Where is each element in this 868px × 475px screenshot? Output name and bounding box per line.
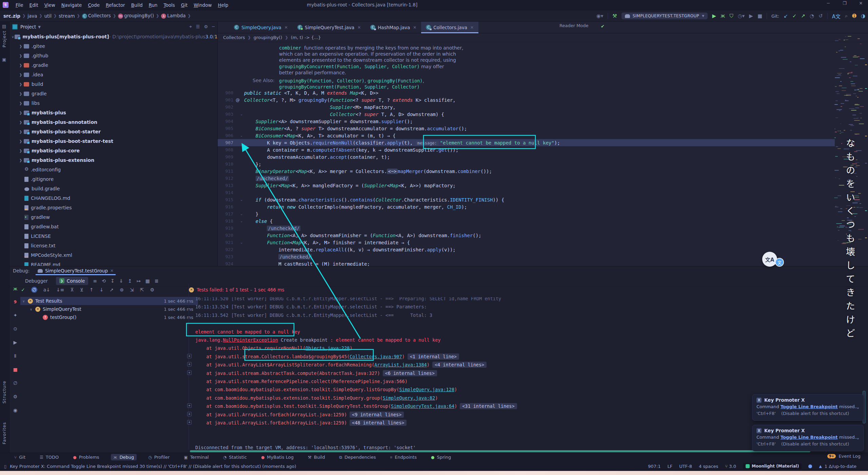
code-line-902[interactable]: 902 Supplier<M> mapFactory,	[218, 103, 835, 111]
menu-refactor[interactable]: Refactor	[103, 1, 128, 9]
git-commit-icon[interactable]: ✓	[792, 13, 797, 19]
run-icon[interactable]: ▶	[712, 13, 716, 19]
options-menu-icon[interactable]: ≡	[93, 278, 97, 284]
menu-file[interactable]: File	[13, 1, 26, 9]
fold-icon[interactable]: ⌄	[240, 212, 244, 216]
chevron-collapsed-icon[interactable]: ❯	[18, 73, 23, 77]
notification-key-promoter-2[interactable]: XKey Promoter XCommand Toggle Line Break…	[752, 425, 864, 451]
stack-link[interactable]: NullPointerException	[223, 337, 278, 343]
git-status-widget[interactable]: 1 Δ/up-to-date	[825, 464, 856, 469]
git-update-icon[interactable]: ↙	[784, 13, 788, 19]
close-icon[interactable]: ✕	[856, 1, 866, 6]
code-line-920[interactable]: 920 Function<A, A> downstreamFinisher = …	[218, 232, 835, 239]
code-line-901[interactable]: 901@Collector<T, ?, M> groupingBy(Functi…	[218, 96, 835, 103]
expand-frames-icon[interactable]: +	[187, 362, 192, 366]
search-everywhere-icon[interactable]: ⌕	[845, 13, 848, 19]
run-to-cursor-icon[interactable]: ↦	[137, 278, 141, 284]
fold-icon[interactable]: ⌄	[240, 112, 244, 116]
tree-item-gradlewbat[interactable]: gradlew.bat	[9, 222, 217, 231]
tree-item-READMEmd[interactable]: README.md	[9, 260, 217, 266]
reader-mode-label[interactable]: Reader Mode	[559, 23, 589, 28]
layout-settings-icon[interactable]: ≣	[155, 278, 159, 284]
toolwindow-git[interactable]: ⑂Git	[12, 454, 28, 460]
theme-widget[interactable]: Moonlight (Material)	[743, 463, 802, 469]
mute-breakpoints-icon[interactable]: ∅	[13, 380, 17, 386]
tree-item-mybatisplusbootstarter[interactable]: ❯mybatis-plus-boot-starter	[9, 127, 217, 136]
stripe-tab-project[interactable]: Project	[2, 31, 7, 48]
code-line-914[interactable]: 914	[218, 189, 835, 196]
tab-HashMap-java[interactable]: CHashMap.java✕	[366, 22, 421, 33]
breadcrumb-item-util[interactable]: util	[44, 13, 52, 19]
chevron-collapsed-icon[interactable]: ❯	[18, 63, 23, 67]
coverage-icon[interactable]: ⛉	[729, 13, 733, 19]
code-line-904[interactable]: 904 Supplier<A> downstreamSupplier = dow…	[218, 118, 835, 125]
stripe-tab-favorites[interactable]: Favorites	[2, 422, 7, 444]
collapse-all-icon[interactable]: ⊻	[80, 287, 83, 292]
error-stripe[interactable]	[865, 34, 867, 266]
chevron-collapsed-icon[interactable]: ❯	[18, 82, 23, 86]
fold-icon[interactable]: ⌄	[240, 241, 244, 244]
import-icon[interactable]: ⇲	[130, 287, 134, 292]
expand-frames-icon[interactable]: +	[187, 403, 192, 408]
tree-item-licensetxt[interactable]: license.txt	[9, 241, 217, 250]
fold-icon[interactable]: ⌄	[240, 198, 244, 202]
toolwindow-mybatis-log[interactable]: ●MyBatis Log	[258, 454, 296, 460]
file-encoding[interactable]: UTF-8	[679, 464, 692, 469]
rollback-icon[interactable]: ↺	[818, 13, 823, 19]
translate-badge-icon[interactable]: 文	[775, 258, 784, 267]
chevron-collapsed-icon[interactable]: ❯	[18, 101, 23, 105]
toolwindow-terminal[interactable]: ▣Terminal	[181, 454, 211, 460]
expand-frames-icon[interactable]: +	[187, 420, 192, 424]
stop-disabled-icon[interactable]: ■	[757, 13, 762, 19]
theme-icon[interactable]: ◑	[861, 13, 865, 19]
code-line-915[interactable]: 915⌄ if (downstream.characteristics().co…	[218, 196, 835, 203]
project-root-row[interactable]: ∨mybatis-plus [mybatis-plus-root] - D:\p…	[9, 32, 217, 41]
code-line-916[interactable]: 916 return new CollectorImpl◇(mangledFac…	[218, 203, 835, 210]
tree-item-github[interactable]: ❯.github	[9, 51, 217, 60]
tree-item-gradleproperties[interactable]: gradle.properties	[9, 203, 217, 212]
code-line-924[interactable]: 924 M castResult = (M) intermediate;	[218, 260, 835, 266]
code-line-900[interactable]: 900public static <T, K, D, A, M extends …	[218, 89, 835, 96]
menu-code[interactable]: Code	[85, 1, 103, 9]
build-hammer-icon[interactable]: ⚒	[612, 13, 617, 19]
wrench-icon[interactable]: ✦	[13, 312, 17, 318]
tree-item-build[interactable]: ❯build	[9, 79, 217, 89]
time-icon[interactable]: ⊚	[120, 287, 124, 292]
code-line-922[interactable]: 922 intermediate.replaceAll((k, v) → dow…	[218, 246, 835, 253]
chevron-expanded-icon[interactable]: ∨	[12, 35, 14, 39]
tree-item-gradle[interactable]: ❯.gradle	[9, 60, 217, 70]
code-line-905[interactable]: 905 BiConsumer<A, ? super T> downstreamA…	[218, 125, 835, 132]
tab-Collectors-java[interactable]: CCollectors.java✕	[421, 22, 478, 33]
profile-icon[interactable]: ◉▾	[596, 13, 604, 19]
collapse-all-icon[interactable]: ☰	[196, 24, 200, 30]
toggle-line-breakpoint-link[interactable]: Toggle Line Breakpoint	[781, 404, 838, 409]
menu-navigate[interactable]: Navigate	[58, 1, 85, 9]
settings-gear-icon[interactable]: ⚙	[204, 24, 208, 30]
rerun-failed-icon[interactable]: 9	[14, 300, 17, 304]
tree-item-mybatispluscore[interactable]: ❯mybatis-plus-core	[9, 146, 217, 155]
code-line-919[interactable]: 919 /unchecked/	[218, 225, 835, 232]
project-stripe-icon[interactable]: ▤	[2, 24, 6, 29]
tab-debugger[interactable]: Debugger	[22, 277, 51, 285]
git-branch-widget[interactable]: ⑂ 3.0	[725, 464, 736, 469]
test-tree-SimpleQueryTest[interactable]: ∨✕SimpleQueryTest1 sec 466 ms	[20, 305, 198, 313]
tree-item-buildgradle[interactable]: build.gradle	[9, 184, 217, 193]
camera-icon[interactable]: ⊙	[13, 326, 17, 331]
chevron-collapsed-icon[interactable]: ❯	[18, 54, 23, 58]
chevron-collapsed-icon[interactable]: ❯	[18, 149, 23, 153]
fold-icon[interactable]: ⌄	[240, 134, 244, 137]
tree-item-MPCodeStylexml[interactable]: MPCodeStyle.xml	[9, 250, 217, 260]
code-line-921[interactable]: 921⌄ Function<Map<K, A>, M> finisher = i…	[218, 239, 835, 246]
menu-build[interactable]: Build	[128, 1, 146, 9]
folder-stripe-icon[interactable]: ▣	[2, 57, 6, 62]
minimize-icon[interactable]: ─	[823, 1, 833, 6]
tab-SimpleQuery-java[interactable]: CSimpleQuery.java✕	[229, 22, 293, 33]
toolwindow-spring[interactable]: ●Spring	[428, 454, 454, 460]
tab-console[interactable]: ❯Console	[56, 277, 88, 285]
git-push-icon[interactable]: ↗	[801, 13, 805, 19]
hide-panel-icon[interactable]: ─	[212, 24, 215, 30]
editor-breadcrumb-item[interactable]: groupingBy()	[254, 35, 282, 40]
toolwindow-endpoints[interactable]: ⌗Endpoints	[388, 454, 419, 460]
close-icon[interactable]: ✕	[413, 25, 416, 30]
inspection-ok-icon[interactable]: ✔	[601, 24, 605, 29]
